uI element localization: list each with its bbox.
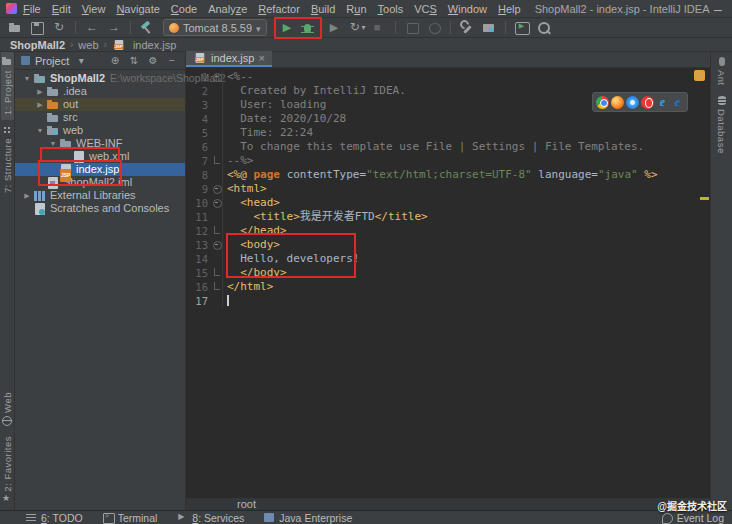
- browser-preview-panel: [592, 92, 688, 112]
- rerun-icon[interactable]: [348, 20, 366, 36]
- search-icon[interactable]: [535, 20, 553, 36]
- tree-item-label: src: [63, 111, 78, 124]
- chevron-expanded-icon[interactable]: ▼: [34, 124, 46, 137]
- tree-item-index-jsp[interactable]: index.jsp: [15, 163, 185, 176]
- tree-item-scratches-and-consoles[interactable]: Scratches and Consoles: [15, 202, 185, 215]
- hide-panel-icon[interactable]: −: [165, 55, 179, 66]
- menu-build[interactable]: Build: [311, 3, 335, 15]
- fold-end-icon[interactable]: [212, 280, 223, 294]
- tree-item-external-libraries[interactable]: ▶External Libraries: [15, 189, 185, 202]
- stop-icon[interactable]: [370, 20, 388, 36]
- intellij-logo-icon: [6, 3, 17, 14]
- breadcrumb-item-index-jsp[interactable]: index.jsp: [112, 39, 176, 51]
- editor-tab-bar: index.jsp ×: [186, 52, 710, 68]
- status-6-todo[interactable]: 6: TODO: [26, 512, 83, 524]
- status-terminal[interactable]: Terminal: [103, 512, 158, 524]
- firefox-browser-icon[interactable]: [611, 96, 624, 109]
- breadcrumb-item-shopmall2[interactable]: ShopMall2: [10, 39, 65, 51]
- save-all-icon[interactable]: [28, 20, 46, 36]
- menu-vcs[interactable]: VCS: [414, 3, 437, 15]
- run-configuration-select[interactable]: Tomcat 8.5.59: [163, 19, 267, 36]
- code-editor[interactable]: 1<%--2 Created by IntelliJ IDEA.3 User: …: [186, 68, 710, 497]
- code-line: 14 Hello, developers!: [186, 252, 710, 266]
- tab-index-jsp[interactable]: index.jsp ×: [186, 51, 272, 67]
- fold-start-icon[interactable]: [212, 238, 223, 252]
- fold-gutter: [212, 140, 223, 154]
- menu-analyze[interactable]: Analyze: [208, 3, 247, 15]
- debug-bug-icon[interactable]: [299, 20, 317, 36]
- chevron-down-icon[interactable]: ▾: [74, 55, 88, 66]
- tool-button-web[interactable]: Web: [1, 387, 14, 431]
- menu-code[interactable]: Code: [171, 3, 197, 15]
- gear-icon[interactable]: ⚙: [146, 55, 160, 66]
- code-text: <head>: [227, 196, 280, 210]
- menu-help[interactable]: Help: [498, 3, 521, 15]
- code-line: 1<%--: [186, 70, 710, 84]
- edge-browser-icon[interactable]: [671, 96, 684, 109]
- sync-icon[interactable]: [50, 20, 68, 36]
- collapse-all-icon[interactable]: ⇅: [127, 55, 141, 66]
- chevron-expanded-icon[interactable]: ▼: [21, 72, 33, 85]
- fold-end-icon[interactable]: [212, 154, 223, 168]
- tool-button-2-favorites[interactable]: 2: Favorites: [1, 431, 14, 510]
- tool-button-database[interactable]: Database: [715, 91, 728, 159]
- menu-run[interactable]: Run: [346, 3, 366, 15]
- inspection-status-icon[interactable]: [694, 70, 705, 81]
- chevron-collapsed-icon[interactable]: ▶: [34, 85, 46, 98]
- chevron-expanded-icon[interactable]: ▼: [47, 137, 59, 150]
- breadcrumb-item-web[interactable]: web: [78, 39, 98, 51]
- tool-button-1-project[interactable]: 1: Project: [1, 52, 14, 120]
- chevron-collapsed-icon[interactable]: ▶: [34, 98, 46, 111]
- fold-start-icon[interactable]: [212, 70, 223, 84]
- line-number: 15: [186, 266, 212, 280]
- tree-item-web-inf[interactable]: ▼WEB-INF: [15, 137, 185, 150]
- disabled-action-icon-1[interactable]: [403, 20, 421, 36]
- chrome-browser-icon[interactable]: [596, 96, 609, 109]
- editor-column: index.jsp × 1<%--2 Created by IntelliJ I…: [186, 52, 710, 510]
- fold-end-icon[interactable]: [212, 224, 223, 238]
- menu-edit[interactable]: Edit: [52, 3, 71, 15]
- tree-item-src[interactable]: src: [15, 111, 185, 124]
- fold-start-icon[interactable]: [212, 182, 223, 196]
- run-button-icon[interactable]: [279, 20, 297, 36]
- tree-item-idea[interactable]: ▶.idea: [15, 85, 185, 98]
- line-number: 8: [186, 168, 212, 182]
- menu-tools[interactable]: Tools: [378, 3, 404, 15]
- menu-file[interactable]: File: [23, 3, 41, 15]
- tree-item-shopmall2[interactable]: ▼ShopMall2E:\workspace\ShopMall2: [15, 72, 185, 85]
- minimize-icon[interactable]: [710, 2, 727, 16]
- opera-browser-icon[interactable]: [641, 96, 654, 109]
- forward-icon[interactable]: [105, 20, 123, 36]
- tool-button-7-structure[interactable]: 7: Structure: [1, 120, 14, 198]
- project-structure-icon[interactable]: [480, 20, 498, 36]
- tree-item-web[interactable]: ▼web: [15, 124, 185, 137]
- tree-item-out[interactable]: ▶out: [15, 98, 185, 111]
- build-hammer-icon[interactable]: [138, 20, 156, 36]
- run-with-coverage-icon[interactable]: [326, 20, 344, 36]
- ie-browser-icon[interactable]: [656, 96, 669, 109]
- editor-breadcrumb[interactable]: root: [186, 497, 710, 510]
- settings-wrench-icon[interactable]: [458, 20, 476, 36]
- disabled-action-icon-2[interactable]: [425, 20, 443, 36]
- menu-view[interactable]: View: [82, 3, 106, 15]
- back-icon[interactable]: [83, 20, 101, 36]
- locate-file-icon[interactable]: ⊕: [108, 55, 122, 66]
- status-8-services[interactable]: 8: Services: [177, 512, 244, 524]
- menu-navigate[interactable]: Navigate: [116, 3, 159, 15]
- status-java-enterprise[interactable]: Java Enterprise: [264, 512, 352, 524]
- tree-item-shopmall2-iml[interactable]: ShopMall2.iml: [15, 176, 185, 189]
- run-toolwindow-icon[interactable]: [513, 20, 531, 36]
- safari-browser-icon[interactable]: [626, 96, 639, 109]
- fold-end-icon[interactable]: [212, 266, 223, 280]
- fold-start-icon[interactable]: [212, 196, 223, 210]
- chevron-collapsed-icon[interactable]: ▶: [21, 189, 33, 202]
- menu-window[interactable]: Window: [448, 3, 487, 15]
- tool-button-ant[interactable]: Ant: [715, 52, 728, 91]
- open-folder-icon[interactable]: [6, 20, 24, 36]
- menu-refactor[interactable]: Refactor: [258, 3, 300, 15]
- tree-item-web-xml[interactable]: web.xml: [15, 150, 185, 163]
- tree-item-label: index.jsp: [76, 163, 119, 176]
- close-tab-icon[interactable]: ×: [258, 53, 264, 63]
- project-panel: Project ▾ ⊕ ⇅ ⚙ − ▼ShopMall2E:\workspace…: [15, 52, 186, 510]
- status-event-log[interactable]: Event Log: [662, 512, 724, 524]
